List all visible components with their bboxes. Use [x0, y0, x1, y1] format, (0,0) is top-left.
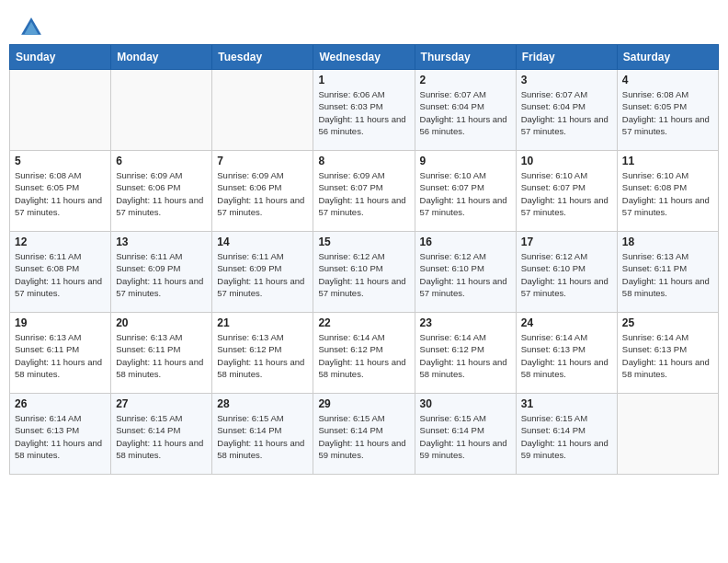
day-cell: 6Sunrise: 6:09 AM Sunset: 6:06 PM Daylig… — [111, 151, 212, 232]
day-info: Sunrise: 6:10 AM Sunset: 6:07 PM Dayligh… — [521, 169, 612, 218]
week-row-5: 26Sunrise: 6:14 AM Sunset: 6:13 PM Dayli… — [10, 394, 719, 475]
day-number: 4 — [622, 74, 713, 86]
day-info: Sunrise: 6:12 AM Sunset: 6:10 PM Dayligh… — [521, 250, 612, 299]
day-number: 7 — [217, 155, 308, 167]
day-info: Sunrise: 6:15 AM Sunset: 6:14 PM Dayligh… — [420, 412, 511, 461]
day-info: Sunrise: 6:12 AM Sunset: 6:10 PM Dayligh… — [318, 250, 409, 299]
day-info: Sunrise: 6:15 AM Sunset: 6:14 PM Dayligh… — [116, 412, 207, 461]
day-number: 13 — [116, 236, 207, 248]
day-info: Sunrise: 6:13 AM Sunset: 6:11 PM Dayligh… — [622, 250, 713, 299]
day-info: Sunrise: 6:14 AM Sunset: 6:13 PM Dayligh… — [521, 331, 612, 380]
day-info: Sunrise: 6:09 AM Sunset: 6:06 PM Dayligh… — [217, 169, 308, 218]
day-cell: 8Sunrise: 6:09 AM Sunset: 6:07 PM Daylig… — [313, 151, 415, 232]
day-cell: 28Sunrise: 6:15 AM Sunset: 6:14 PM Dayli… — [212, 394, 313, 475]
day-number: 17 — [521, 236, 612, 248]
weekday-header-saturday: Saturday — [617, 45, 718, 70]
weekday-header-wednesday: Wednesday — [313, 45, 415, 70]
day-number: 19 — [15, 316, 106, 329]
day-cell: 5Sunrise: 6:08 AM Sunset: 6:05 PM Daylig… — [10, 151, 111, 232]
day-info: Sunrise: 6:07 AM Sunset: 6:04 PM Dayligh… — [521, 88, 612, 137]
day-cell — [111, 70, 212, 151]
weekday-header-row: SundayMondayTuesdayWednesdayThursdayFrid… — [10, 45, 719, 70]
day-number: 30 — [420, 397, 511, 410]
weekday-header-tuesday: Tuesday — [212, 45, 313, 70]
day-number: 16 — [420, 236, 511, 248]
day-info: Sunrise: 6:14 AM Sunset: 6:12 PM Dayligh… — [318, 331, 409, 380]
day-info: Sunrise: 6:12 AM Sunset: 6:10 PM Dayligh… — [420, 250, 511, 299]
day-cell — [212, 70, 313, 151]
day-info: Sunrise: 6:11 AM Sunset: 6:09 PM Dayligh… — [116, 250, 207, 299]
day-cell: 17Sunrise: 6:12 AM Sunset: 6:10 PM Dayli… — [516, 232, 617, 313]
day-info: Sunrise: 6:10 AM Sunset: 6:07 PM Dayligh… — [420, 169, 511, 218]
day-cell: 19Sunrise: 6:13 AM Sunset: 6:11 PM Dayli… — [10, 313, 111, 394]
day-number: 25 — [622, 316, 713, 329]
day-number: 27 — [116, 397, 207, 410]
week-row-4: 19Sunrise: 6:13 AM Sunset: 6:11 PM Dayli… — [10, 313, 719, 394]
day-cell: 11Sunrise: 6:10 AM Sunset: 6:08 PM Dayli… — [617, 151, 718, 232]
day-cell: 20Sunrise: 6:13 AM Sunset: 6:11 PM Dayli… — [111, 313, 212, 394]
day-info: Sunrise: 6:14 AM Sunset: 6:13 PM Dayligh… — [15, 412, 106, 461]
day-number: 12 — [15, 236, 106, 248]
calendar-table: SundayMondayTuesdayWednesdayThursdayFrid… — [9, 44, 719, 475]
weekday-header-friday: Friday — [516, 45, 617, 70]
day-cell: 23Sunrise: 6:14 AM Sunset: 6:12 PM Dayli… — [415, 313, 516, 394]
day-cell — [617, 394, 718, 475]
day-info: Sunrise: 6:14 AM Sunset: 6:12 PM Dayligh… — [420, 331, 511, 380]
day-cell: 13Sunrise: 6:11 AM Sunset: 6:09 PM Dayli… — [111, 232, 212, 313]
day-cell: 15Sunrise: 6:12 AM Sunset: 6:10 PM Dayli… — [313, 232, 415, 313]
calendar-body: 1Sunrise: 6:06 AM Sunset: 6:03 PM Daylig… — [10, 70, 719, 475]
day-number: 5 — [15, 155, 106, 167]
day-info: Sunrise: 6:11 AM Sunset: 6:08 PM Dayligh… — [15, 250, 106, 299]
day-cell: 21Sunrise: 6:13 AM Sunset: 6:12 PM Dayli… — [212, 313, 313, 394]
day-number: 23 — [420, 316, 511, 329]
day-info: Sunrise: 6:13 AM Sunset: 6:12 PM Dayligh… — [217, 331, 308, 380]
logo-icon — [18, 15, 44, 40]
day-number: 15 — [318, 236, 409, 248]
weekday-header-thursday: Thursday — [415, 45, 516, 70]
day-info: Sunrise: 6:15 AM Sunset: 6:14 PM Dayligh… — [521, 412, 612, 461]
day-info: Sunrise: 6:15 AM Sunset: 6:14 PM Dayligh… — [217, 412, 308, 461]
day-cell: 27Sunrise: 6:15 AM Sunset: 6:14 PM Dayli… — [111, 394, 212, 475]
day-info: Sunrise: 6:08 AM Sunset: 6:05 PM Dayligh… — [622, 88, 713, 137]
day-number: 29 — [318, 397, 409, 410]
day-cell: 4Sunrise: 6:08 AM Sunset: 6:05 PM Daylig… — [617, 70, 718, 151]
weekday-header-monday: Monday — [111, 45, 212, 70]
calendar-header: SundayMondayTuesdayWednesdayThursdayFrid… — [10, 45, 719, 70]
day-number: 24 — [521, 316, 612, 329]
page-header — [0, 0, 728, 44]
week-row-3: 12Sunrise: 6:11 AM Sunset: 6:08 PM Dayli… — [10, 232, 719, 313]
day-cell: 7Sunrise: 6:09 AM Sunset: 6:06 PM Daylig… — [212, 151, 313, 232]
day-cell: 31Sunrise: 6:15 AM Sunset: 6:14 PM Dayli… — [516, 394, 617, 475]
day-info: Sunrise: 6:10 AM Sunset: 6:08 PM Dayligh… — [622, 169, 713, 218]
day-cell: 16Sunrise: 6:12 AM Sunset: 6:10 PM Dayli… — [415, 232, 516, 313]
day-cell: 10Sunrise: 6:10 AM Sunset: 6:07 PM Dayli… — [516, 151, 617, 232]
day-cell: 24Sunrise: 6:14 AM Sunset: 6:13 PM Dayli… — [516, 313, 617, 394]
day-number: 3 — [521, 74, 612, 86]
day-info: Sunrise: 6:07 AM Sunset: 6:04 PM Dayligh… — [420, 88, 511, 137]
week-row-1: 1Sunrise: 6:06 AM Sunset: 6:03 PM Daylig… — [10, 70, 719, 151]
day-cell: 18Sunrise: 6:13 AM Sunset: 6:11 PM Dayli… — [617, 232, 718, 313]
day-number: 26 — [15, 397, 106, 410]
logo — [18, 15, 48, 40]
day-number: 8 — [318, 155, 409, 167]
day-cell: 1Sunrise: 6:06 AM Sunset: 6:03 PM Daylig… — [313, 70, 415, 151]
day-info: Sunrise: 6:15 AM Sunset: 6:14 PM Dayligh… — [318, 412, 409, 461]
day-cell: 9Sunrise: 6:10 AM Sunset: 6:07 PM Daylig… — [415, 151, 516, 232]
day-cell: 2Sunrise: 6:07 AM Sunset: 6:04 PM Daylig… — [415, 70, 516, 151]
day-number: 28 — [217, 397, 308, 410]
day-number: 31 — [521, 397, 612, 410]
day-cell: 25Sunrise: 6:14 AM Sunset: 6:13 PM Dayli… — [617, 313, 718, 394]
day-number: 21 — [217, 316, 308, 329]
day-number: 1 — [318, 74, 409, 86]
day-number: 6 — [116, 155, 207, 167]
day-info: Sunrise: 6:13 AM Sunset: 6:11 PM Dayligh… — [116, 331, 207, 380]
day-number: 20 — [116, 316, 207, 329]
weekday-header-sunday: Sunday — [10, 45, 111, 70]
day-number: 10 — [521, 155, 612, 167]
day-info: Sunrise: 6:09 AM Sunset: 6:06 PM Dayligh… — [116, 169, 207, 218]
day-info: Sunrise: 6:09 AM Sunset: 6:07 PM Dayligh… — [318, 169, 409, 218]
day-info: Sunrise: 6:13 AM Sunset: 6:11 PM Dayligh… — [15, 331, 106, 380]
day-info: Sunrise: 6:06 AM Sunset: 6:03 PM Dayligh… — [318, 88, 409, 137]
day-number: 14 — [217, 236, 308, 248]
day-number: 22 — [318, 316, 409, 329]
